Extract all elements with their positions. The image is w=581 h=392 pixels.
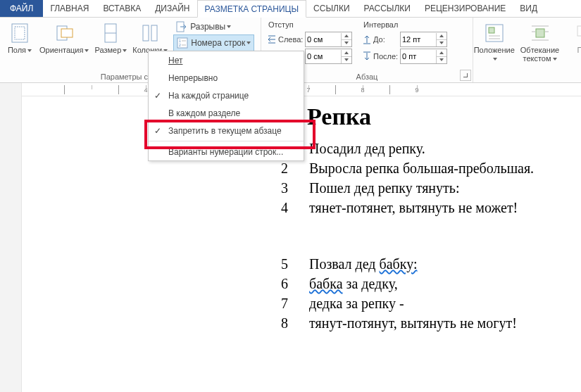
svg-rect-29 xyxy=(577,26,581,36)
interval-title: Интервал xyxy=(363,20,447,29)
size-label: Размер xyxy=(94,46,127,54)
breaks-label: Разрывы xyxy=(190,22,225,32)
indent-right-input[interactable] xyxy=(306,50,341,63)
columns-icon xyxy=(139,22,161,44)
spacing-after-spinner[interactable] xyxy=(400,49,447,64)
spacing-before-up[interactable] xyxy=(437,33,446,39)
breaks-icon xyxy=(176,21,187,32)
spacing-after-up[interactable] xyxy=(437,50,446,56)
svg-rect-7 xyxy=(151,25,157,41)
doc-line: 6бабка за дедку, xyxy=(281,274,534,293)
spacing-before-label: До: xyxy=(373,35,385,44)
spacing-before-icon xyxy=(362,34,372,44)
indent-right-down[interactable] xyxy=(342,56,351,63)
indent-left-icon xyxy=(267,34,277,44)
tab-review[interactable]: РЕЦЕНЗИРОВАНИЕ xyxy=(418,0,513,17)
line-numbers-button[interactable]: 12 Номера строк xyxy=(173,34,254,51)
ribbon-tabs: ФАЙЛ ГЛАВНАЯ ВСТАВКА ДИЗАЙН РАЗМЕТКА СТР… xyxy=(0,0,581,18)
tab-design[interactable]: ДИЗАЙН xyxy=(148,0,196,17)
wrap-text-button[interactable]: Обтекание текстом xyxy=(513,19,568,64)
indent-left-input[interactable] xyxy=(306,33,341,46)
spacing-after-label: После: xyxy=(373,52,398,61)
spacing-after-icon xyxy=(362,51,372,61)
tab-mailings[interactable]: РАССЫЛКИ xyxy=(357,0,418,17)
paragraph-dialog-launcher[interactable] xyxy=(460,70,471,81)
margins-button[interactable]: Поля xyxy=(3,19,37,56)
doc-line: 7дедка за репку - xyxy=(281,293,534,313)
svg-rect-3 xyxy=(61,29,73,37)
line-numbers-none[interactable]: Нет xyxy=(149,51,304,69)
doc-line: 3Пошел дед репку тянуть: xyxy=(281,178,534,198)
margins-icon xyxy=(8,22,31,44)
doc-title: Репка xyxy=(307,103,371,130)
line-numbers-options[interactable]: Варианты нумерации строк... xyxy=(149,143,304,160)
tab-file[interactable]: ФАЙЛ xyxy=(0,0,43,17)
tab-insert[interactable]: ВСТАВКА xyxy=(96,0,148,17)
position-icon xyxy=(483,22,506,44)
indent-right-spinner[interactable] xyxy=(305,49,352,64)
tab-view[interactable]: ВИД xyxy=(513,0,544,17)
indent-title: Отступ xyxy=(268,20,352,29)
tab-home[interactable]: ГЛАВНАЯ xyxy=(43,0,96,17)
spacing-after-down[interactable] xyxy=(437,56,446,63)
spacing-before-spinner[interactable] xyxy=(400,32,447,47)
svg-rect-6 xyxy=(143,25,149,41)
indent-right-up[interactable] xyxy=(342,50,351,56)
doc-line: 1Посадил дед репку. xyxy=(281,139,534,158)
orientation-icon xyxy=(53,22,75,44)
spacing-after-input[interactable] xyxy=(401,50,436,63)
margins-label: Поля xyxy=(8,46,32,54)
indent-left-up[interactable] xyxy=(342,33,351,39)
doc-line: 4тянет-потянет, вытянуть не может! xyxy=(281,198,534,217)
bring-forward-button[interactable]: Пер xyxy=(568,19,581,56)
wrap-text-icon xyxy=(529,22,551,44)
line-numbers-each-page[interactable]: На каждой странице xyxy=(149,87,304,104)
svg-text:2: 2 xyxy=(179,43,181,47)
orientation-button[interactable]: Ориентация xyxy=(37,19,92,56)
tab-references[interactable]: ССЫЛКИ xyxy=(306,0,356,17)
line-numbers-suppress[interactable]: Запретить в текущем абзаце xyxy=(149,122,304,139)
line-numbers-menu: Нет Непрерывно На каждой странице В кажд… xyxy=(148,51,304,161)
size-icon xyxy=(99,22,122,44)
tab-page-layout[interactable]: РАЗМЕТКА СТРАНИЦЫ xyxy=(197,0,307,18)
menu-separator xyxy=(149,141,304,141)
indent-left-spinner[interactable] xyxy=(305,32,352,47)
bring-forward-icon xyxy=(573,22,581,44)
spacing-before-down[interactable] xyxy=(437,39,446,46)
indent-left-label: Слева: xyxy=(278,35,303,44)
breaks-button[interactable]: Разрывы xyxy=(173,19,254,34)
line-numbers-label: Номера строк xyxy=(191,38,245,48)
size-button[interactable]: Размер xyxy=(92,19,130,56)
line-numbers-each-section[interactable]: В каждом разделе xyxy=(149,104,304,122)
doc-line: 8тянут-потянут, вытянуть не могут! xyxy=(281,313,534,333)
svg-rect-24 xyxy=(536,29,544,37)
position-button[interactable]: Положение xyxy=(476,19,513,64)
doc-line: 2Выросла репка большая-пребольшая. xyxy=(281,158,534,178)
orientation-label: Ориентация xyxy=(39,46,89,54)
doc-line: 5Позвал дед бабку: xyxy=(281,254,534,274)
indent-left-down[interactable] xyxy=(342,39,351,46)
line-numbers-continuous[interactable]: Непрерывно xyxy=(149,69,304,87)
position-label: Положение xyxy=(474,46,515,63)
bring-forward-label: Пер xyxy=(577,46,581,54)
spacing-before-input[interactable] xyxy=(401,33,436,46)
wrap-text-label: Обтекание текстом xyxy=(516,46,565,63)
line-numbers-icon: 12 xyxy=(177,37,188,49)
svg-rect-21 xyxy=(489,27,494,33)
